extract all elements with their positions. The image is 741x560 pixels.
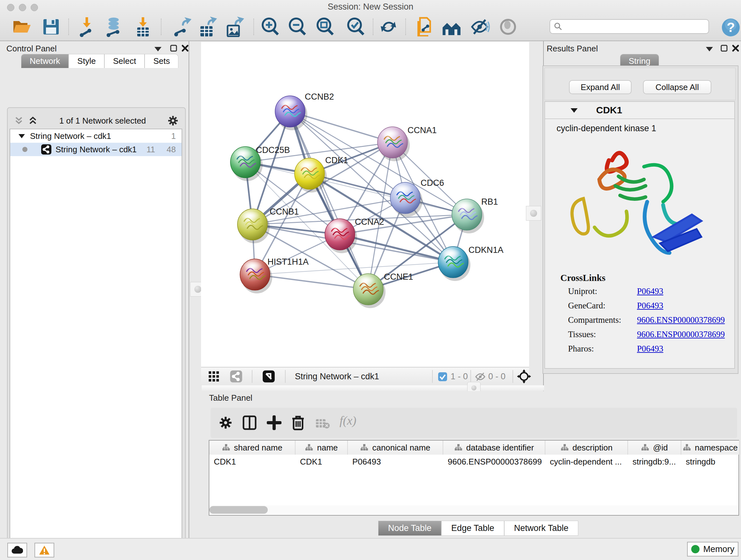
toolbar-separator: [285, 370, 286, 383]
table-horizontal-scrollbar[interactable]: [209, 505, 738, 514]
node-CDK1[interactable]: CDK1: [294, 155, 348, 192]
zoom-selected-icon[interactable]: [346, 17, 366, 37]
node-CCNB1[interactable]: CCNB1: [238, 207, 299, 243]
birds-eye-view-icon[interactable]: [262, 370, 275, 383]
network-graph[interactable]: CCNB2CCNA1CDC25BCDK1CDC6RB1CCNB1CCNA2CDK…: [201, 42, 529, 367]
tab-sets[interactable]: Sets: [145, 54, 179, 68]
crosslink-link[interactable]: P06493: [637, 344, 664, 354]
column-header-namespace[interactable]: namespace: [681, 441, 740, 455]
grey-eye-icon[interactable]: [498, 17, 518, 37]
refresh-layout-icon[interactable]: [378, 17, 399, 37]
table-cell[interactable]: stringdb:9...: [628, 455, 681, 468]
column-header-database-identifier[interactable]: database identifier: [443, 441, 545, 455]
collection-expander-icon[interactable]: [18, 133, 25, 139]
results-buttons-row: Expand All Collapse All: [544, 68, 736, 100]
column-header-name[interactable]: name: [295, 441, 348, 455]
tab-network[interactable]: Network: [21, 54, 69, 68]
fit-content-crosshair-icon[interactable]: [517, 369, 531, 383]
crosslink-link[interactable]: 9606.ENSP00000378699: [637, 329, 725, 339]
node-CCNA1[interactable]: CCNA1: [378, 125, 437, 161]
export-table-icon[interactable]: [197, 17, 217, 37]
cloud-button[interactable]: [7, 543, 27, 557]
crosslink-link[interactable]: 9606.ENSP00000378699: [637, 315, 725, 325]
column-header--id[interactable]: @id: [628, 441, 681, 455]
node-RB1[interactable]: RB1: [452, 197, 498, 233]
expand-all-icon[interactable]: [28, 116, 38, 125]
clone-network-icon[interactable]: [414, 17, 434, 37]
tab-node-table[interactable]: Node Table: [378, 521, 441, 536]
gene-entry-header[interactable]: CDK1: [545, 102, 734, 119]
table-cell[interactable]: stringdb: [681, 455, 740, 468]
expand-all-button[interactable]: Expand All: [569, 80, 631, 94]
zoom-fit-icon[interactable]: [315, 17, 335, 37]
table-cell[interactable]: cyclin-dependent ...: [545, 455, 628, 468]
node-HIST1H1A[interactable]: HIST1H1A: [240, 257, 309, 294]
table-options-gear-icon[interactable]: [219, 416, 232, 429]
tab-style[interactable]: Style: [69, 54, 105, 68]
gene-expander-icon[interactable]: [570, 107, 578, 113]
close-panel-icon[interactable]: [732, 44, 739, 52]
column-header-description[interactable]: description: [545, 441, 628, 455]
collapse-all-icon[interactable]: [14, 116, 23, 125]
help-icon[interactable]: ?: [721, 17, 741, 38]
network-share-view-icon[interactable]: [230, 370, 243, 383]
memory-button[interactable]: Memory: [687, 542, 738, 557]
save-session-icon[interactable]: [41, 17, 61, 37]
crosslink-link[interactable]: P06493: [637, 287, 664, 296]
node-label-CDC6: CDC6: [421, 178, 444, 188]
memory-status-dot: [691, 545, 699, 553]
column-header-shared-name[interactable]: shared name: [209, 441, 295, 455]
grid-view-icon[interactable]: [208, 371, 219, 382]
column-header-canonical-name[interactable]: canonical name: [348, 441, 443, 455]
node-label-CCNB2: CCNB2: [305, 92, 334, 102]
network-name: String Network – cdk1: [56, 145, 137, 154]
tab-select[interactable]: Select: [105, 54, 145, 68]
node-table[interactable]: shared namenamecanonical namedatabase id…: [209, 440, 739, 516]
node-CDC25B[interactable]: CDC25B: [230, 145, 290, 181]
window-title: Session: New Session: [0, 2, 741, 12]
zoom-out-icon[interactable]: [287, 17, 308, 37]
network-tree-child-row[interactable]: String Network – cdk1 11 48: [10, 143, 182, 156]
crosslink-row: Uniprot:P06493: [568, 287, 734, 296]
zoom-in-icon[interactable]: [260, 17, 280, 37]
table-cell[interactable]: CDK1: [295, 455, 348, 468]
warnings-button[interactable]: [35, 543, 54, 557]
column-type-icon: [683, 444, 691, 451]
float-panel-icon[interactable]: [705, 46, 714, 52]
open-file-icon[interactable]: [11, 17, 32, 37]
undock-panel-icon[interactable]: [720, 44, 728, 52]
network-options-gear-icon[interactable]: [167, 115, 179, 126]
node-CDC6[interactable]: CDC6: [390, 178, 444, 217]
scrollbar-thumb[interactable]: [209, 506, 268, 514]
crosslink-row: Compartments:9606.ENSP00000378699: [568, 315, 734, 325]
network-tree-root-row[interactable]: String Network – cdk1 1: [10, 129, 182, 143]
import-network-file-icon[interactable]: [77, 17, 97, 37]
export-network-icon[interactable]: [171, 17, 192, 37]
create-column-icon[interactable]: [267, 415, 281, 430]
toolbar-separator: [432, 370, 433, 383]
first-neighbors-icon[interactable]: [441, 17, 462, 37]
import-table-icon[interactable]: [133, 17, 153, 37]
table-cell[interactable]: CDK1: [209, 455, 295, 468]
import-network-database-icon[interactable]: [104, 17, 125, 37]
undock-panel-icon[interactable]: [170, 44, 178, 52]
crosslink-link[interactable]: P06493: [637, 301, 664, 311]
tab-network-table[interactable]: Network Table: [504, 521, 579, 536]
right-splitter-grip[interactable]: [526, 206, 541, 221]
search-input[interactable]: [549, 19, 709, 34]
collapse-all-button[interactable]: Collapse All: [643, 80, 711, 94]
show-columns-icon[interactable]: [243, 415, 257, 430]
tab-edge-table[interactable]: Edge Table: [441, 521, 504, 536]
delete-column-icon[interactable]: [291, 415, 305, 431]
close-panel-icon[interactable]: [181, 44, 189, 52]
node-label-CDC25B: CDC25B: [256, 145, 290, 155]
network-canvas[interactable]: CCNB2CCNA1CDC25BCDK1CDC6RB1CCNB1CCNA2CDK…: [201, 42, 529, 367]
node-CDKN1A[interactable]: CDKN1A: [438, 245, 503, 281]
show-hide-icon[interactable]: [469, 17, 490, 37]
selected-checkbox-icon[interactable]: [438, 372, 448, 381]
float-panel-icon[interactable]: [154, 46, 162, 52]
table-cell[interactable]: 9606.ENSP00000378699: [443, 455, 545, 468]
table-cell[interactable]: P06493: [348, 455, 443, 468]
export-image-icon[interactable]: [224, 17, 244, 37]
protein-structure-image: [564, 138, 704, 266]
